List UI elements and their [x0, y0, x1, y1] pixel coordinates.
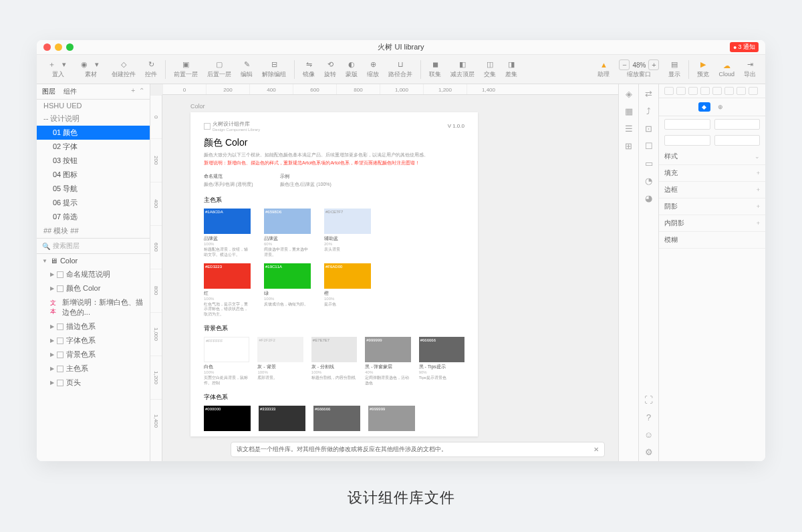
color-swatch[interactable]: #666666 黑 - Tips提示90% Tips提示背景色: [419, 337, 464, 386]
artboard-label[interactable]: Color: [190, 103, 205, 110]
color-swatch[interactable]: #E7E7E7 灰 - 分割线100% 标题分割线，内容分割线: [311, 337, 357, 386]
border-section[interactable]: 边框+: [659, 182, 765, 198]
close-icon[interactable]: ✕: [593, 446, 599, 453]
sidebar-item[interactable]: 07 筛选: [37, 210, 150, 224]
color-swatch[interactable]: #6598D6 品牌蓝60% 间接选中背景，重来选中背景。: [264, 209, 311, 258]
color-swatch[interactable]: #666666: [313, 406, 360, 431]
reverse-icon[interactable]: ⇄: [644, 88, 654, 99]
preview-button[interactable]: ▶预览: [693, 59, 713, 80]
layer-item[interactable]: ▶颜色 Color: [37, 281, 150, 295]
intersect-button[interactable]: ◫交集: [480, 59, 500, 80]
notice-bar: 该文档是一个组件库。对其组件所做的修改或将反应在其他组件涉及的文档中。 ✕: [231, 442, 605, 457]
export-button[interactable]: ⇥导出: [740, 59, 760, 80]
edit-button[interactable]: ✎编辑: [237, 59, 257, 80]
search-input[interactable]: 🔍 搜索图层: [37, 238, 150, 253]
front-button[interactable]: ▣前置一层: [170, 59, 202, 80]
layer-item[interactable]: ▶描边色系: [37, 319, 150, 334]
back-button[interactable]: ▢后置一层: [203, 59, 235, 80]
color-swatch[interactable]: #F6AD00 橙100% 提示色: [324, 263, 371, 317]
combine-button[interactable]: ⊔路径合并: [384, 59, 416, 80]
layout-icon[interactable]: ▭: [644, 158, 654, 168]
add-icon[interactable]: +: [131, 87, 135, 96]
color-swatch[interactable]: #FFFFFF 白色100% 页面空白处具背景，鼠标件。控制: [204, 337, 249, 386]
w-field[interactable]: [664, 135, 710, 146]
mirror-button[interactable]: ⇋镜像: [299, 59, 319, 80]
zoom-in-icon[interactable]: +: [648, 59, 659, 70]
y-field[interactable]: [714, 119, 761, 130]
layer-item[interactable]: ▶主色系: [37, 362, 150, 376]
layer-item[interactable]: ▶背景色系: [37, 348, 150, 362]
maximize-icon[interactable]: [66, 43, 74, 51]
color-swatch[interactable]: #333333: [259, 406, 305, 431]
zoom-window[interactable]: −48%+ 缩放窗口: [615, 58, 663, 80]
tab-layers[interactable]: 图层: [42, 87, 55, 96]
cloud-button[interactable]: ☁Cloud: [714, 59, 739, 79]
sidebar: 图层 组件 +⌃ HSHU UED -- 设计说明 01 颜色 02 字体 03…: [37, 84, 150, 461]
color-swatch[interactable]: #999999 黑 - 弹窗蒙层40% 定间弹翻背景选色，活动选色: [365, 337, 410, 386]
union-button[interactable]: ◼联集: [425, 59, 445, 80]
close-icon[interactable]: [43, 43, 51, 51]
gift-icon[interactable]: ⛶: [644, 394, 654, 405]
notification-badge[interactable]: ● 3 通知: [730, 42, 759, 52]
color-swatch[interactable]: #19C11A 绿100% 反馈成功色，确短为好。: [264, 263, 311, 317]
export-icon[interactable]: ⤴: [644, 106, 654, 116]
clock-icon[interactable]: ◔: [644, 175, 654, 186]
color-swatch[interactable]: #DCE7F7 辅助蓝20% 表头背景: [324, 209, 371, 258]
table-icon[interactable]: ⊞: [624, 140, 634, 151]
styles-section[interactable]: 样式⌄: [659, 148, 765, 165]
version-label: V 1.0.0: [448, 123, 464, 129]
sidebar-item[interactable]: 04 图标: [37, 168, 150, 182]
ungroup-button[interactable]: ⊟解除编组: [258, 59, 290, 80]
align-left-icon[interactable]: [664, 87, 674, 95]
shadow-section[interactable]: 阴影+: [659, 198, 765, 215]
gear-icon[interactable]: ⚙: [644, 446, 654, 457]
list-icon[interactable]: ☰: [624, 123, 634, 134]
app-icon[interactable]: ⊡: [644, 123, 654, 134]
canvas[interactable]: 02004006008001,0001,2001,400 02004006008…: [150, 84, 618, 461]
controls-button[interactable]: ↻控件: [141, 59, 161, 80]
h-field[interactable]: [714, 135, 761, 146]
pie-icon[interactable]: ◕: [644, 192, 654, 203]
sidebar-item[interactable]: 05 导航: [37, 182, 150, 196]
sidebar-item[interactable]: 02 字体: [37, 140, 150, 154]
zoom-out-icon[interactable]: −: [619, 59, 630, 70]
inspector-tab-prototype[interactable]: ⊕: [714, 102, 726, 112]
collapse-icon[interactable]: ⌃: [139, 87, 144, 96]
layer-item[interactable]: ▶页头: [37, 376, 150, 390]
user-icon[interactable]: ☺: [644, 429, 654, 440]
rotate-button[interactable]: ⟲旋转: [320, 59, 340, 80]
color-swatch[interactable]: #ED3223 红100% 红色气泡，提示文字，重示背标色，错误状态色，取消为主…: [204, 263, 251, 317]
box-icon[interactable]: ☐: [644, 140, 654, 151]
zoom-button[interactable]: ⊕缩放: [363, 59, 383, 80]
assets-button[interactable]: ◉▾素材: [75, 59, 106, 80]
layer-item[interactable]: ▶命名规范说明: [37, 267, 150, 281]
minimize-icon[interactable]: [55, 43, 62, 51]
x-field[interactable]: [664, 119, 710, 130]
color-swatch[interactable]: #000000: [204, 406, 251, 431]
color-swatch[interactable]: #1A6CDA 品牌蓝100% 标题配色背景，按钮，辅助文字。横边公平。: [204, 209, 251, 258]
sidebar-item-color[interactable]: 01 颜色: [37, 126, 150, 140]
grid-icon[interactable]: ▦: [624, 106, 634, 116]
sidebar-item[interactable]: 03 按钮: [37, 154, 150, 168]
mask-button[interactable]: ◐蒙版: [342, 59, 362, 80]
create-button[interactable]: ◇创建控件: [108, 59, 140, 80]
help-icon[interactable]: ?: [644, 412, 654, 422]
plugin-icon[interactable]: ◈: [624, 88, 634, 99]
color-swatch[interactable]: #F2F2F2 灰 - 背景100% 底部背景。: [257, 337, 303, 386]
diff-button[interactable]: ◨差集: [501, 59, 521, 80]
layer-item[interactable]: ▶字体色系: [37, 334, 150, 348]
artboard[interactable]: 火树设计组件库Design Component Library V 1.0.0 …: [190, 112, 478, 436]
sidebar-item[interactable]: 06 提示: [37, 196, 150, 210]
tab-components[interactable]: 组件: [63, 87, 77, 96]
helper-button[interactable]: ▲助理: [593, 59, 614, 80]
layer-root[interactable]: ▼🖥 Color: [37, 254, 150, 267]
inner-shadow-section[interactable]: 内阴影+: [659, 215, 765, 232]
color-swatch[interactable]: #999999: [368, 406, 415, 431]
inspector-tab-design[interactable]: ◆: [698, 102, 710, 112]
layer-item[interactable]: 文本新增说明：新增白色、描边色的...: [37, 295, 150, 319]
subtract-button[interactable]: ◧减去顶层: [446, 59, 479, 80]
fill-section[interactable]: 填充+: [659, 165, 765, 182]
blur-section[interactable]: 模糊: [659, 232, 765, 249]
display-button[interactable]: ▤显示: [664, 59, 684, 80]
insert-button[interactable]: ＋▾置入: [42, 59, 74, 80]
